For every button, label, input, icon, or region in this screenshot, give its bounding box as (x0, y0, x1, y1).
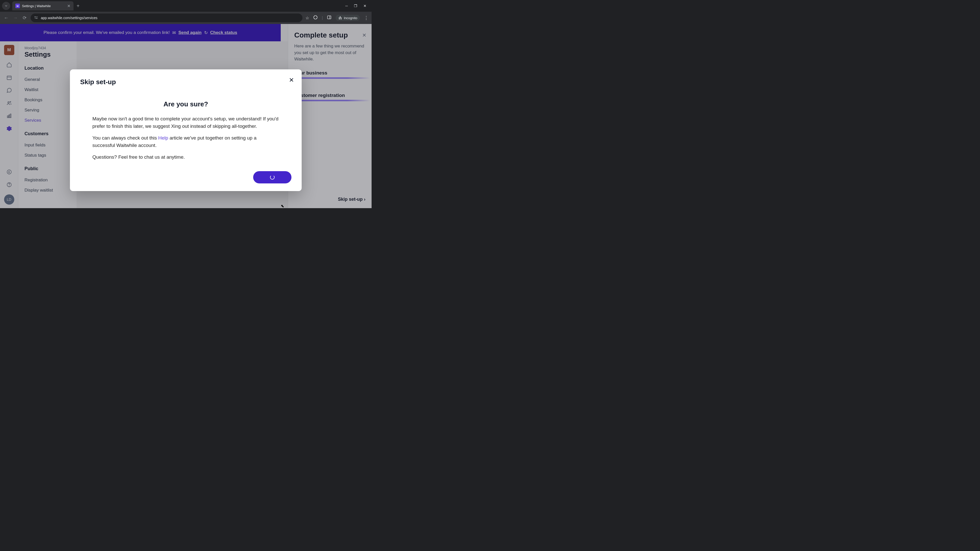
modal-close-icon[interactable]: ✕ (289, 76, 294, 84)
tab-search-button[interactable] (2, 2, 10, 10)
sidepanel-icon[interactable] (327, 15, 331, 21)
browser-tab[interactable]: w Settings | Waitwhile ✕ (12, 1, 73, 11)
window-maximize-icon[interactable]: ❐ (354, 4, 357, 8)
modal-body: Maybe now isn't a good time to complete … (92, 115, 279, 161)
site-settings-icon[interactable] (34, 16, 38, 21)
window-minimize-icon[interactable]: ─ (345, 4, 348, 8)
tab-title: Settings | Waitwhile (22, 4, 65, 8)
address-bar: ← → ⟳ app.waitwhile.com/settings/service… (0, 12, 372, 24)
app-root: Please confirm your email. We've emailed… (0, 24, 372, 208)
bookmark-icon[interactable]: ☆ (305, 16, 309, 21)
window-controls: ─ ❐ ✕ (345, 4, 369, 8)
loading-spinner-icon (270, 175, 275, 179)
url-text: app.waitwhile.com/settings/services (41, 16, 97, 20)
modal-heading: Are you sure? (80, 100, 291, 108)
confirm-skip-button[interactable] (253, 171, 291, 183)
extensions-icon[interactable] (313, 15, 318, 21)
modal-title: Skip set-up (80, 78, 291, 86)
browser-menu-icon[interactable]: ⋮ (364, 15, 369, 21)
new-tab-button[interactable]: + (76, 3, 80, 9)
incognito-label: Incognito (344, 16, 357, 20)
svg-rect-5 (328, 16, 331, 19)
modal-paragraph-2: You can always check out this Help artic… (92, 135, 279, 149)
modal-paragraph-3: Questions? Feel free to chat us at anyti… (92, 154, 279, 161)
svg-point-0 (35, 17, 35, 17)
tab-close-icon[interactable]: ✕ (67, 3, 70, 8)
incognito-badge[interactable]: Incognito (336, 15, 360, 21)
skip-setup-modal: Skip set-up ✕ Are you sure? Maybe now is… (70, 69, 302, 191)
forward-button[interactable]: → (12, 15, 18, 21)
tab-favicon-icon: w (15, 3, 20, 8)
reload-button[interactable]: ⟳ (21, 15, 27, 21)
window-close-icon[interactable]: ✕ (363, 4, 366, 8)
url-input[interactable]: app.waitwhile.com/settings/services (30, 14, 302, 22)
modal-paragraph-1: Maybe now isn't a good time to complete … (92, 115, 279, 130)
back-button[interactable]: ← (3, 15, 9, 21)
svg-point-2 (37, 18, 37, 19)
help-link[interactable]: Help (158, 135, 168, 141)
browser-tab-strip: w Settings | Waitwhile ✕ + ─ ❐ ✕ (0, 0, 372, 12)
